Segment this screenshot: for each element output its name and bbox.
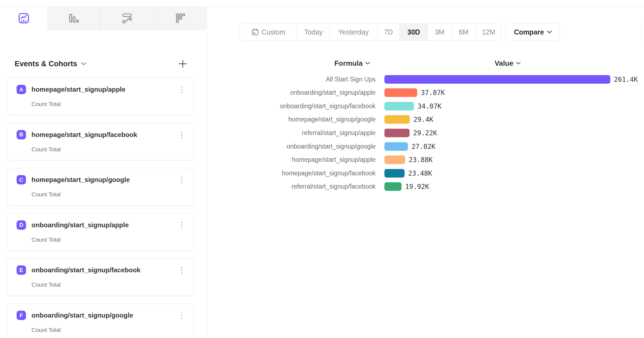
series-label: homepage/start_signup/facebook (210, 169, 376, 178)
date-range-6m[interactable]: 6M (451, 24, 476, 40)
event-letter-badge: F (17, 311, 26, 320)
chevron-down-icon (365, 62, 370, 65)
value-bar[interactable] (384, 102, 414, 110)
formula-column-header[interactable]: Formula (316, 59, 388, 68)
event-card-title: onboarding/start_signup/facebook (31, 266, 141, 274)
events-cohorts-dropdown[interactable]: Events & Cohorts (15, 58, 86, 69)
top-border-strip (0, 0, 644, 7)
date-range-12m[interactable]: 12M (476, 24, 501, 40)
value-label: 37.87K (421, 89, 445, 97)
event-card-measure: Count Total (31, 191, 61, 198)
value-bar[interactable] (384, 182, 402, 191)
chart-row: onboarding/start_signup/google27.02K (0, 142, 644, 151)
compare-button[interactable]: Compare (506, 23, 560, 41)
calendar-icon (251, 28, 259, 36)
chevron-down-icon (547, 31, 552, 33)
date-range-label: Custom (262, 28, 285, 36)
date-range-label: 30D (407, 28, 420, 36)
flows-icon (121, 12, 133, 25)
bar-chart-icon (68, 12, 80, 25)
kebab-menu-icon[interactable] (178, 221, 186, 230)
value-bar[interactable] (384, 142, 408, 151)
date-range-label: 12M (482, 28, 495, 36)
clipped-right-button[interactable] (642, 23, 644, 41)
chevron-down-icon (516, 62, 521, 65)
tab-group-unselected (47, 7, 207, 31)
value-bar[interactable] (384, 129, 410, 137)
series-label: onboarding/start_signup/google (210, 142, 376, 151)
formula-header-label: Formula (334, 59, 363, 68)
value-bar[interactable] (384, 75, 610, 84)
value-label: 23.48K (408, 169, 432, 178)
tab-retention[interactable] (153, 7, 207, 31)
event-card[interactable]: Eonboarding/start_signup/facebookCount T… (7, 258, 194, 296)
event-letter-badge: D (17, 220, 26, 230)
value-column-header[interactable]: Value (472, 59, 543, 68)
tab-insights[interactable] (0, 7, 47, 31)
series-label: onboarding/start_signup/facebook (210, 102, 376, 110)
date-range-label: 3M (435, 28, 444, 36)
chart-row: onboarding/start_signup/apple37.87K (0, 88, 644, 97)
value-bar[interactable] (384, 169, 405, 178)
chart-row: homepage/start_signup/google29.4K (0, 115, 644, 124)
chart-row: referral/start_signup/facebook19.92K (0, 182, 644, 191)
date-range-label: Yesterday (338, 28, 369, 36)
chart-row: All Start Sign Ups261.4K (0, 75, 644, 84)
series-label: All Start Sign Ups (210, 75, 376, 84)
date-range-label: 6M (459, 28, 468, 36)
event-card-title: onboarding/start_signup/google (31, 311, 133, 319)
kebab-menu-icon[interactable] (178, 266, 186, 275)
series-label: homepage/start_signup/apple (210, 155, 376, 164)
event-card-measure: Count Total (31, 327, 61, 333)
value-label: 23.88K (409, 156, 433, 164)
date-range-label: 7D (384, 28, 393, 36)
series-label: onboarding/start_signup/apple (210, 88, 376, 97)
chart-row: referral/start_signup/apple29.22K (0, 129, 644, 137)
series-label: referral/start_signup/facebook (210, 182, 376, 191)
value-bar[interactable] (384, 115, 410, 124)
value-label: 261.4K (614, 75, 638, 84)
value-bar[interactable] (384, 88, 417, 97)
event-card[interactable]: Fonboarding/start_signup/googleCount Tot… (7, 303, 194, 338)
chart-row: homepage/start_signup/apple23.88K (0, 155, 644, 164)
date-range-selector: CustomTodayYesterday7D30D3M6M12M (239, 23, 502, 41)
date-range-30d[interactable]: 30D (400, 24, 427, 40)
value-label: 19.92K (405, 183, 429, 191)
retention-grid-icon (174, 12, 186, 25)
date-range-label: Today (304, 28, 323, 36)
series-label: homepage/start_signup/google (210, 115, 376, 124)
event-card-measure: Count Total (31, 236, 61, 243)
compare-label: Compare (514, 28, 544, 36)
date-range-custom[interactable]: Custom (240, 24, 297, 40)
add-event-button[interactable] (178, 59, 188, 69)
insights-chart-icon (18, 12, 30, 25)
tab-bar-chart[interactable] (47, 7, 100, 31)
chart-row: homepage/start_signup/facebook23.48K (0, 169, 644, 178)
value-label: 34.07K (418, 102, 442, 111)
event-letter-badge: E (17, 265, 26, 275)
event-card-measure: Count Total (31, 281, 61, 288)
tab-flows[interactable] (100, 7, 154, 31)
series-label: referral/start_signup/apple (210, 129, 376, 137)
value-bar[interactable] (384, 155, 405, 164)
plus-icon (178, 59, 188, 68)
date-range-3m[interactable]: 3M (427, 24, 451, 40)
value-label: 27.02K (411, 142, 436, 151)
value-label: 29.22K (413, 129, 437, 138)
date-range-7d[interactable]: 7D (377, 24, 400, 40)
kebab-menu-icon[interactable] (178, 311, 186, 320)
date-range-today[interactable]: Today (297, 24, 330, 40)
event-card[interactable]: Donboarding/start_signup/appleCount Tota… (7, 213, 194, 251)
chart-type-tab-bar (0, 7, 207, 31)
value-label: 29.4K (413, 115, 433, 124)
value-header-label: Value (495, 59, 513, 68)
event-card-title: onboarding/start_signup/apple (31, 221, 129, 229)
date-range-yesterday[interactable]: Yesterday (330, 24, 377, 40)
events-cohorts-title: Events & Cohorts (15, 60, 77, 68)
chart-row: onboarding/start_signup/facebook34.07K (0, 102, 644, 110)
chevron-down-icon (81, 62, 86, 65)
